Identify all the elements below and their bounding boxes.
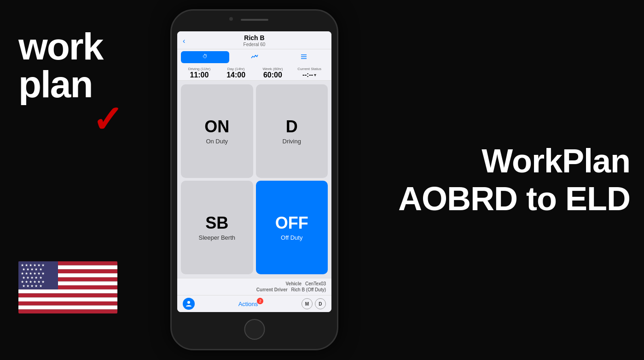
off-duty-label: Off Duty (281, 234, 302, 241)
phone-camera (229, 17, 233, 21)
phone-speaker (241, 19, 268, 21)
svg-text:★ ★ ★ ★ ★ ★: ★ ★ ★ ★ ★ ★ (21, 271, 45, 276)
svg-rect-10 (18, 301, 117, 306)
phone-body: ‹ Rich B Federal 60 ⏱ (170, 9, 338, 350)
status-driving-button[interactable]: D Driving (256, 84, 328, 178)
tab-graph[interactable] (230, 51, 278, 63)
tab-clock[interactable]: ⏱ (181, 51, 229, 63)
driving-label: Driving (283, 138, 301, 145)
vehicle-value: CenTex03 (305, 281, 326, 286)
stat-driving-label: Driving (11hr) (181, 67, 218, 71)
tab-bar: ⏱ (177, 49, 331, 65)
phone-mockup: ‹ Rich B Federal 60 ⏱ (170, 9, 338, 350)
logo-text: work plan (18, 28, 175, 103)
user-icon[interactable] (183, 298, 195, 310)
stat-day-label: Day (14hr) (218, 67, 255, 71)
verizon-logo: ✓ (92, 101, 123, 138)
tab-list[interactable] (279, 51, 328, 63)
stat-day-value: 14:00 (218, 71, 255, 79)
svg-rect-7 (18, 289, 117, 294)
d-button[interactable]: D (315, 298, 326, 309)
driving-code: D (286, 118, 298, 136)
sleeper-code: SB (205, 214, 228, 232)
status-off-duty-button[interactable]: OFF Off Duty (256, 181, 328, 274)
logo-line1: work (18, 25, 103, 67)
vehicle-info: Vehicle CenTex03 Current Driver Rich B (… (177, 278, 331, 295)
status-sleeper-button[interactable]: SB Sleeper Berth (181, 181, 253, 274)
logo-section: work plan (18, 28, 175, 103)
vehicle-label: Vehicle (286, 281, 302, 286)
sleeper-label: Sleeper Berth (199, 234, 236, 241)
actions-badge: 2 (257, 298, 263, 304)
stat-week-value: 60:00 (255, 71, 291, 79)
us-flag: ★ ★ ★ ★ ★ ★ ★ ★ ★ ★ ★ ★ ★ ★ ★ ★ ★ ★ ★ ★ … (18, 261, 117, 314)
stat-driving: Driving (11hr) 11:00 (181, 67, 218, 79)
verizon-checkmark-icon: ✓ (92, 99, 123, 140)
svg-rect-9 (18, 297, 117, 301)
stat-driving-value: 11:00 (181, 71, 218, 79)
svg-text:★ ★ ★ ★ ★: ★ ★ ★ ★ ★ (22, 284, 42, 289)
right-title: WorkPlan AOBRD to ELD (391, 142, 630, 218)
phone-home-button[interactable] (244, 319, 265, 340)
logo-line2: plan (18, 63, 93, 105)
app-bottom-bar: Actions 2 M D (177, 295, 331, 312)
m-button[interactable]: M (302, 298, 313, 309)
stat-current-status[interactable]: Current Status --:-- ▾ (291, 67, 328, 79)
stat-current-value: --:-- (302, 71, 313, 78)
svg-text:★ ★ ★ ★ ★ ★: ★ ★ ★ ★ ★ ★ (21, 280, 45, 284)
svg-text:★ ★ ★ ★ ★: ★ ★ ★ ★ ★ (22, 276, 42, 280)
status-on-duty-button[interactable]: ON On Duty (181, 84, 253, 178)
svg-point-23 (187, 301, 190, 304)
bottom-right-buttons: M D (302, 298, 326, 309)
driver-value: Rich B (Off Duty) (291, 287, 326, 292)
screen-content: ‹ Rich B Federal 60 ⏱ (177, 31, 331, 312)
svg-rect-8 (18, 294, 117, 298)
actions-button[interactable]: Actions 2 (238, 301, 258, 307)
status-grid: ON On Duty D Driving SB Sleeper Berth OF… (177, 81, 331, 278)
vehicle-row: Vehicle CenTex03 (183, 281, 326, 286)
svg-text:★ ★ ★ ★ ★: ★ ★ ★ ★ ★ (22, 267, 42, 271)
svg-text:★ ★ ★ ★ ★ ★: ★ ★ ★ ★ ★ ★ (21, 263, 45, 267)
right-title-line2: AOBRD to ELD (398, 181, 630, 218)
chevron-down-icon: ▾ (314, 72, 316, 77)
stat-day: Day (14hr) 14:00 (218, 67, 255, 79)
phone-screen: ‹ Rich B Federal 60 ⏱ (177, 31, 331, 312)
on-duty-label: On Duty (206, 138, 228, 145)
stats-row: Driving (11hr) 11:00 Day (14hr) 14:00 We… (177, 65, 331, 81)
stat-week: Week (60hr) 60:00 (255, 67, 291, 79)
stat-current-label: Current Status (297, 67, 321, 71)
right-title-section: WorkPlan AOBRD to ELD (391, 142, 630, 218)
stat-week-label: Week (60hr) (255, 67, 291, 71)
on-duty-code: ON (204, 118, 229, 136)
driver-row: Current Driver Rich B (Off Duty) (183, 287, 326, 292)
app-subtitle: Federal 60 (183, 42, 326, 47)
actions-label: Actions (238, 301, 258, 307)
svg-rect-11 (18, 306, 117, 310)
svg-rect-12 (18, 309, 117, 313)
off-duty-code: OFF (275, 214, 308, 232)
app-title: Rich B (183, 34, 326, 41)
app-header: ‹ Rich B Federal 60 (177, 31, 331, 49)
right-title-line1: WorkPlan (482, 142, 630, 179)
driver-label: Current Driver (256, 287, 288, 292)
back-button[interactable]: ‹ (183, 37, 185, 45)
